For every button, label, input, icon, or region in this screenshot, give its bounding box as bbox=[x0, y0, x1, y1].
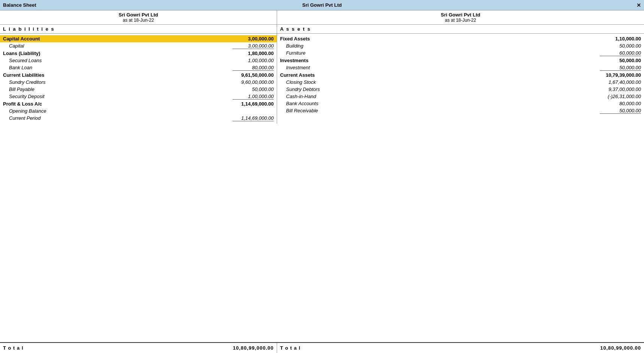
bank-loan-amount: 80,000.00 bbox=[233, 65, 274, 71]
investments-name: Investments bbox=[280, 58, 309, 63]
sundry-creditors-name: Sundry Creditors bbox=[9, 79, 46, 85]
opening-balance-row[interactable]: Opening Balance bbox=[0, 107, 277, 115]
sundry-debtors-name: Sundry Debtors bbox=[286, 86, 320, 92]
loans-liability-name: Loans (Liability) bbox=[3, 51, 40, 56]
current-assets-row[interactable]: Current Assets 10,79,39,000.00 bbox=[277, 71, 644, 79]
opening-balance-name: Opening Balance bbox=[9, 108, 46, 114]
profit-loss-name: Profit & Loss A/c bbox=[3, 101, 42, 107]
capital-name: Capital bbox=[9, 43, 24, 49]
window-center-title: Sri Gowri Pvt Ltd bbox=[302, 2, 341, 8]
page-container: Balance Sheet Sri Gowri Pvt Ltd ✕ Sri Go… bbox=[0, 0, 644, 353]
total-left-label: T o t a l bbox=[3, 345, 24, 351]
current-liabilities-amount: 9,61,50,000.00 bbox=[225, 72, 274, 78]
bill-payable-row[interactable]: Bill Payable 50,000.00 bbox=[0, 86, 277, 93]
investment-amount: 50,000.00 bbox=[600, 65, 641, 71]
fixed-assets-amount: 1,10,000.00 bbox=[592, 36, 641, 42]
building-name: Building bbox=[286, 43, 303, 49]
security-deposit-amount: 1,00,000.00 bbox=[233, 94, 274, 100]
section-headers-row: L i a b i l i t i e s A s s e t s bbox=[0, 25, 644, 34]
company-header-left: Sri Gowri Pvt Ltd as at 18-Jun-22 bbox=[0, 10, 277, 24]
capital-amount: 3,00,000.00 bbox=[233, 43, 274, 49]
cash-in-hand-name: Cash-in-Hand bbox=[286, 94, 316, 99]
profit-loss-amount: 1,14,69,000.00 bbox=[225, 101, 274, 107]
investment-name: Investment bbox=[286, 65, 310, 70]
total-left-amount: 10,80,99,000.00 bbox=[233, 345, 274, 351]
bank-accounts-name: Bank Accounts bbox=[286, 101, 318, 106]
capital-account-amount: 3,00,000.00 bbox=[225, 36, 274, 42]
total-right-label: T o t a l bbox=[280, 345, 301, 351]
company-name-right: Sri Gowri Pvt Ltd bbox=[277, 12, 644, 18]
total-right: T o t a l 10,80,99,000.00 bbox=[277, 343, 644, 353]
assets-header: A s s e t s bbox=[277, 25, 644, 33]
furniture-row[interactable]: Furniture 60,000.00 bbox=[277, 49, 644, 57]
current-assets-name: Current Assets bbox=[280, 72, 315, 78]
company-header-row: Sri Gowri Pvt Ltd as at 18-Jun-22 Sri Go… bbox=[0, 10, 644, 25]
total-right-amount: 10,80,99,000.00 bbox=[600, 345, 641, 351]
bill-receivable-name: Bill Receivable bbox=[286, 108, 318, 113]
building-amount: 50,000.00 bbox=[592, 43, 641, 49]
current-period-name: Current Period bbox=[9, 115, 41, 121]
sundry-debtors-amount: 9,37,00,000.00 bbox=[592, 86, 641, 92]
company-date-right: as at 18-Jun-22 bbox=[277, 18, 644, 23]
secured-loans-row[interactable]: Secured Loans 1,00,000.00 bbox=[0, 57, 277, 64]
bank-loan-name: Bank Loan bbox=[9, 65, 32, 70]
title-bar: Balance Sheet Sri Gowri Pvt Ltd ✕ bbox=[0, 0, 644, 10]
data-rows: Capital Account 3,00,000.00 Capital 3,00… bbox=[0, 34, 644, 124]
current-assets-amount: 10,79,39,000.00 bbox=[592, 72, 641, 78]
investments-row[interactable]: Investments 50,000.00 bbox=[277, 57, 644, 64]
furniture-amount: 60,000.00 bbox=[600, 50, 641, 56]
bill-payable-name: Bill Payable bbox=[9, 86, 34, 92]
investments-amount: 50,000.00 bbox=[592, 58, 641, 63]
capital-account-row[interactable]: Capital Account 3,00,000.00 bbox=[0, 35, 277, 42]
loans-liability-amount: 1,80,000.00 bbox=[225, 51, 274, 56]
sundry-debtors-row[interactable]: Sundry Debtors 9,37,00,000.00 bbox=[277, 86, 644, 93]
current-liabilities-name: Current Liabilities bbox=[3, 72, 45, 78]
current-period-row[interactable]: Current Period 1,14,69,000.00 bbox=[0, 115, 277, 122]
liabilities-data: Capital Account 3,00,000.00 Capital 3,00… bbox=[0, 34, 277, 124]
security-deposit-row[interactable]: Security Deposit 1,00,000.00 bbox=[0, 93, 277, 100]
cash-in-hand-amount: (-)26,31,000.00 bbox=[592, 94, 641, 99]
company-date-left: as at 18-Jun-22 bbox=[0, 18, 277, 23]
bank-accounts-amount: 80,000.00 bbox=[592, 101, 641, 106]
current-period-amount: 1,14,69,000.00 bbox=[233, 115, 274, 121]
closing-stock-name: Closing Stock bbox=[286, 79, 316, 85]
window-title: Balance Sheet bbox=[3, 2, 36, 8]
cash-in-hand-row[interactable]: Cash-in-Hand (-)26,31,000.00 bbox=[277, 93, 644, 100]
current-liabilities-row[interactable]: Current Liabilities 9,61,50,000.00 bbox=[0, 71, 277, 79]
capital-item-row[interactable]: Capital 3,00,000.00 bbox=[0, 42, 277, 50]
total-left: T o t a l 10,80,99,000.00 bbox=[0, 343, 277, 353]
bill-receivable-row[interactable]: Bill Receivable 50,000.00 bbox=[277, 107, 644, 115]
building-row[interactable]: Building 50,000.00 bbox=[277, 42, 644, 49]
bank-accounts-row[interactable]: Bank Accounts 80,000.00 bbox=[277, 100, 644, 107]
close-button[interactable]: ✕ bbox=[637, 2, 641, 8]
company-header-right: Sri Gowri Pvt Ltd as at 18-Jun-22 bbox=[277, 10, 644, 24]
company-name-left: Sri Gowri Pvt Ltd bbox=[0, 12, 277, 18]
secured-loans-amount: 1,00,000.00 bbox=[225, 58, 274, 63]
secured-loans-name: Secured Loans bbox=[9, 58, 42, 63]
loans-liability-row[interactable]: Loans (Liability) 1,80,000.00 bbox=[0, 50, 277, 57]
bank-loan-row[interactable]: Bank Loan 80,000.00 bbox=[0, 64, 277, 71]
closing-stock-amount: 1,67,40,000.00 bbox=[592, 79, 641, 85]
fixed-assets-row[interactable]: Fixed Assets 1,10,000.00 bbox=[277, 35, 644, 42]
bill-receivable-amount: 50,000.00 bbox=[600, 108, 641, 114]
investment-row[interactable]: Investment 50,000.00 bbox=[277, 64, 644, 71]
sundry-creditors-row[interactable]: Sundry Creditors 9,60,00,000.00 bbox=[0, 79, 277, 86]
assets-data: Fixed Assets 1,10,000.00 Building 50,000… bbox=[277, 34, 644, 124]
closing-stock-row[interactable]: Closing Stock 1,67,40,000.00 bbox=[277, 79, 644, 86]
sundry-creditors-amount: 9,60,00,000.00 bbox=[225, 79, 274, 85]
security-deposit-name: Security Deposit bbox=[9, 94, 45, 99]
capital-account-name: Capital Account bbox=[3, 36, 40, 42]
profit-loss-row[interactable]: Profit & Loss A/c 1,14,69,000.00 bbox=[0, 100, 277, 107]
furniture-name: Furniture bbox=[286, 50, 306, 56]
bill-payable-amount: 50,000.00 bbox=[225, 86, 274, 92]
liabilities-header: L i a b i l i t i e s bbox=[0, 25, 277, 33]
total-footer: T o t a l 10,80,99,000.00 T o t a l 10,8… bbox=[0, 342, 644, 353]
fixed-assets-name: Fixed Assets bbox=[280, 36, 310, 42]
